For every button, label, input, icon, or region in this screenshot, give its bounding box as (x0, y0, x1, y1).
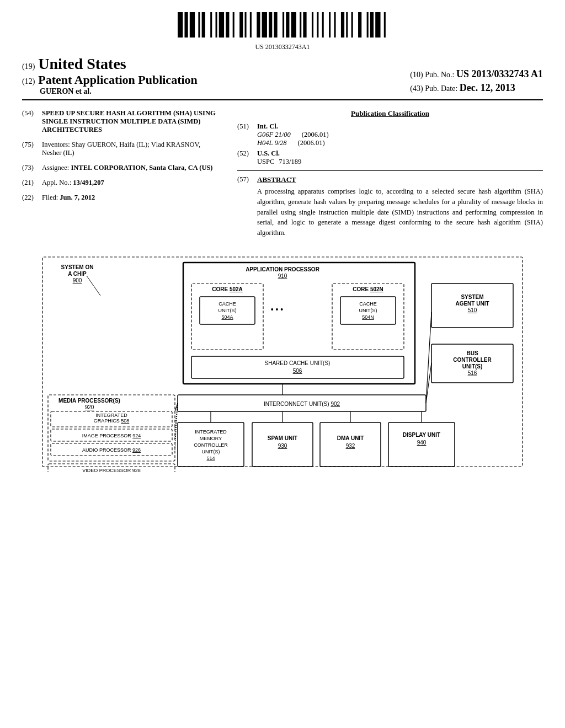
media-processor-label: MEDIA PROCESSOR(S) (58, 398, 120, 404)
dma-unit-label: DMA UNIT (337, 435, 364, 441)
svg-rect-10 (239, 12, 243, 38)
svg-rect-13 (257, 12, 260, 38)
header-right: (10) Pub. No.: US 2013/0332743 A1 (43) P… (410, 68, 543, 96)
inventors-entry: (75) Inventors: Shay GUERON, Haifa (IL);… (22, 141, 221, 157)
svg-rect-21 (303, 12, 306, 38)
svg-rect-22 (312, 12, 313, 38)
inventors-line: GUERON et al. (40, 87, 92, 95)
filed-value: Jun. 7, 2012 (60, 194, 95, 201)
assignee-content: Assignee: INTEL CORPORATION, Santa Clara… (42, 164, 221, 172)
bus-controller-label3: UNIT(S) (462, 363, 483, 370)
int-memory-num: 514 (206, 456, 215, 461)
dots-between-cores: • • • (271, 305, 284, 314)
pub-date-value: Dec. 12, 2013 (460, 82, 515, 93)
title-text: SPEED UP SECURE HASH ALGORITHM (SHA) USI… (42, 109, 216, 133)
pub-no-value: US 2013/0332743 A1 (456, 68, 543, 79)
int-memory-label4: UNIT(S) (202, 449, 220, 454)
main-content: (54) SPEED UP SECURE HASH ALGORITHM (SHA… (22, 104, 543, 240)
audio-processor-label: AUDIO PROCESSOR 926 (82, 447, 141, 453)
int-cl-label: Int. Cl. (257, 122, 278, 130)
us-cl-content: U.S. Cl. USPC 713/189 (257, 149, 301, 166)
architecture-diagram: SYSTEM ON A CHIP 900 APPLICATION PROCESS… (40, 240, 525, 472)
svg-rect-3 (198, 12, 200, 38)
spam-unit-num: 930 (278, 443, 287, 449)
int-cl-date-1: (2006.01) (302, 131, 329, 139)
display-unit-num: 940 (417, 440, 427, 446)
patent-header: (19) United States (12) Patent Applicati… (22, 56, 543, 100)
int-cl-num: (51) (237, 122, 253, 147)
svg-rect-20 (300, 12, 301, 38)
dma-unit-num: 932 (346, 443, 355, 449)
core-502n-label: CORE 502N (353, 286, 383, 292)
spam-unit-label: SPAM UNIT (268, 435, 297, 441)
int-cl-content: Int. Cl. G06F 21/00 (2006.01) H04L 9/28 … (257, 122, 329, 147)
pub-number-text: US 20130332743A1 (255, 43, 310, 51)
svg-rect-5 (210, 12, 212, 38)
bus-controller-label1: BUS (466, 350, 478, 356)
assignee-text: INTEL CORPORATION, Santa Clara, CA (US) (71, 164, 212, 172)
svg-rect-28 (346, 12, 348, 38)
abstract-text: A processing apparatus comprises logic t… (257, 186, 543, 238)
title-content: SPEED UP SECURE HASH ALGORITHM (SHA) USI… (42, 109, 221, 134)
appl-entry: (21) Appl. No.: 13/491,207 (22, 179, 221, 187)
shared-cache-num: 506 (293, 368, 302, 374)
app-processor-num: 910 (278, 273, 287, 279)
pub-no-label: (10) Pub. No.: (410, 71, 454, 79)
country-name: United States (38, 56, 126, 73)
inventors-num: (75) (22, 141, 38, 157)
abstract-content: ABSTRACT A processing apparatus comprise… (257, 175, 543, 238)
soc-arrow (87, 276, 100, 296)
svg-rect-14 (262, 12, 267, 38)
uspc-label: USPC (257, 158, 274, 166)
shared-cache-label: SHARED CACHE UNIT(S) (265, 360, 331, 366)
svg-rect-0 (178, 12, 183, 38)
int-memory-label2: MEMORY (200, 436, 222, 441)
us-cl-label: U.S. Cl. (257, 149, 280, 157)
svg-rect-26 (334, 12, 335, 38)
barcode-image (172, 11, 393, 39)
appl-num: (21) (22, 179, 38, 187)
assignee-entry: (73) Assignee: INTEL CORPORATION, Santa … (22, 164, 221, 172)
svg-rect-8 (226, 12, 229, 38)
diagram-container: SYSTEM ON A CHIP 900 APPLICATION PROCESS… (22, 240, 543, 472)
display-unit-label1: DISPLAY UNIT (403, 432, 440, 438)
interconnect-label: INTERCONNECT UNIT(S) 902 (264, 401, 340, 407)
divider (237, 170, 543, 171)
abstract-entry: (57) ABSTRACT A processing apparatus com… (237, 175, 543, 238)
system-agent-num: 510 (468, 307, 477, 313)
svg-rect-6 (216, 12, 217, 38)
barcode-area (22, 11, 543, 41)
int-cl-code-1: G06F 21/00 (257, 131, 291, 139)
right-column: Publication Classification (51) Int. Cl.… (237, 109, 543, 240)
svg-rect-17 (282, 12, 284, 38)
system-agent-label1: SYSTEM (461, 294, 483, 300)
svg-rect-34 (384, 12, 386, 38)
line-to-system-agent (426, 312, 431, 403)
svg-rect-33 (375, 12, 380, 38)
svg-rect-12 (250, 12, 252, 38)
int-cl-date-2: (2006.01) (298, 139, 325, 147)
svg-rect-19 (291, 12, 296, 38)
title-num: (54) (22, 109, 38, 134)
assignee-label: Assignee: (42, 164, 69, 172)
svg-rect-31 (367, 12, 369, 38)
svg-rect-32 (370, 12, 374, 38)
int-cl-entry: (51) Int. Cl. G06F 21/00 (2006.01) H04L … (237, 122, 543, 147)
svg-rect-25 (329, 12, 331, 38)
appl-value: 13/491,207 (73, 179, 104, 186)
pub-date-label: (43) Pub. Date: (410, 84, 457, 93)
system-agent-label2: AGENT UNIT (455, 301, 489, 307)
filed-content: Filed: Jun. 7, 2012 (42, 194, 221, 202)
system-on-chip-label2: A CHIP (68, 271, 87, 277)
system-on-chip-num: 900 (73, 277, 82, 283)
pub-type-label: (12) (22, 77, 35, 86)
header-left: (19) United States (12) Patent Applicati… (22, 56, 198, 96)
svg-rect-4 (202, 12, 205, 38)
pub-number-top: US 20130332743A1 (22, 43, 543, 51)
shared-cache-box (191, 356, 404, 378)
filed-label: Filed: (42, 194, 58, 201)
abstract-title: ABSTRACT (257, 175, 543, 184)
line-to-bus-controller (426, 363, 431, 403)
filed-num: (22) (22, 194, 38, 202)
integrated-graphics-label2: GRAPHICS 508 (94, 418, 130, 424)
